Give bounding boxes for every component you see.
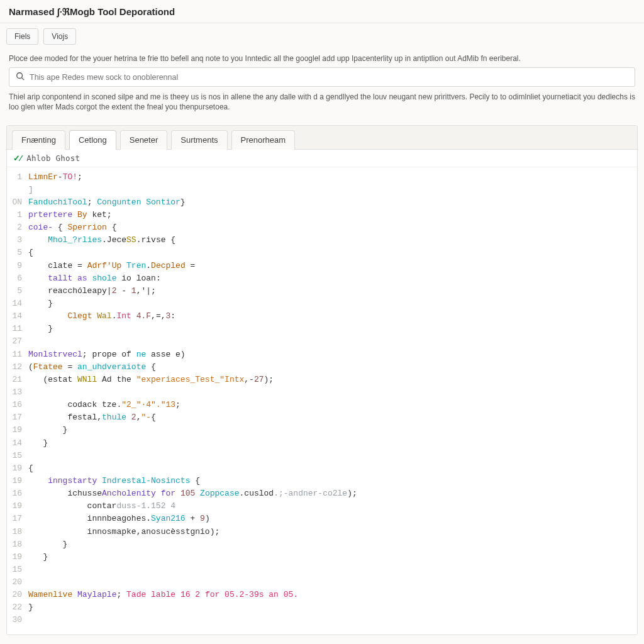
- code-line: 19 }: [7, 551, 637, 564]
- code-body: 1LimnEr-TO!;]ONFanduchiTool; Congunten S…: [7, 167, 637, 635]
- code-line: 6 tallt as shole io loan:: [7, 272, 637, 285]
- code-line: 21 (estat WNll Ad the "experiaces_Test_"…: [7, 374, 637, 386]
- code-line: ONFanduchiTool; Congunten Sontior}: [7, 196, 637, 209]
- views-button[interactable]: Viojs: [43, 28, 76, 45]
- code-line: 19 }: [7, 424, 637, 436]
- code-line: 18 }: [7, 538, 637, 551]
- svg-line-1: [22, 78, 25, 80]
- intro-text-1: Ploce dee moded for the youer hetrina te…: [9, 53, 635, 64]
- code-line: 3 Mhol_?rlies.JeceSS.rivse {: [7, 234, 637, 247]
- code-line: 17 innnbeagohes.Syan216 + 9): [7, 513, 637, 525]
- code-line: 18 innosmapke,anosucèsstgnio);: [7, 526, 637, 538]
- code-line: 15: [7, 564, 637, 576]
- tabbar: FnæntingCetlongSeneterSurtmentsPrenorhea…: [7, 126, 637, 150]
- file-strip: ✓⁄ Ahlob Ghost: [7, 150, 637, 167]
- code-line: 14 }: [7, 297, 637, 310]
- code-line: 14 Clegt Wal.Int 4.F,=,3:: [7, 310, 637, 323]
- code-line: 11Monlstrvecl; prope of ne asse e): [7, 348, 637, 361]
- code-line: 9 clate = Adrf'Up Tren.Decpled =: [7, 260, 637, 272]
- code-line: 1prtertere By ket;: [7, 209, 637, 221]
- tab-surtments[interactable]: Surtments: [171, 130, 227, 150]
- code-editor[interactable]: 1LimnEr-TO!;]ONFanduchiTool; Congunten S…: [7, 167, 637, 635]
- intro-text-2: Thiel arip conpontend in sconed silpe an…: [9, 92, 635, 112]
- code-line: 19{: [7, 462, 637, 475]
- toolbar: Fiels Viojs: [0, 23, 644, 51]
- intro-block: Ploce dee moded for the youer hetrina te…: [0, 51, 644, 121]
- code-line: 11 }: [7, 323, 637, 335]
- page-title: Narmased ∫·ℜMogb Tool Deporationd: [9, 6, 635, 18]
- file-button[interactable]: Fiels: [6, 28, 38, 45]
- code-line: 20: [7, 576, 637, 589]
- code-line: 16 codack tze."2_"·4"."13;: [7, 399, 637, 411]
- code-line: 19 contarduss-1.152 4: [7, 500, 637, 513]
- tab-seneter[interactable]: Seneter: [120, 130, 168, 150]
- code-line: 12(Ftatee = an_uhdveraiote {: [7, 361, 637, 374]
- code-line: 16 ichusseAncholenity for 105 Zoppcase.c…: [7, 487, 637, 500]
- tab-cetlong[interactable]: Cetlong: [69, 130, 116, 150]
- svg-point-0: [17, 73, 23, 79]
- code-line: 15: [7, 450, 637, 462]
- code-line: 19 inngstarty Indrestal-Nosincts {: [7, 475, 637, 487]
- code-line: 13: [7, 386, 637, 399]
- tab-fraenting[interactable]: Fnænting: [12, 130, 65, 150]
- code-line: ]: [7, 184, 637, 196]
- search-icon: [16, 72, 25, 82]
- dirty-icon: ✓⁄: [13, 153, 21, 163]
- app-root: Narmased ∫·ℜMogb Tool Deporationd Fiels …: [0, 0, 644, 644]
- code-line: 5 reacchóleapy|2 - 1,'|;: [7, 285, 637, 297]
- search-input[interactable]: [30, 73, 628, 82]
- search-box[interactable]: [9, 67, 635, 87]
- main-panel: FnæntingCetlongSeneterSurtmentsPrenorhea…: [6, 125, 638, 635]
- code-line: 2coie- { Sperrion {: [7, 221, 637, 234]
- code-line: 14 }: [7, 437, 637, 450]
- code-line: 30: [7, 614, 637, 626]
- code-line: 17 festal,thule 2,"-{: [7, 411, 637, 424]
- code-line: 1LimnEr-TO!;: [7, 171, 637, 184]
- code-line: 27: [7, 335, 637, 348]
- tab-prenorheam[interactable]: Prenorheam: [231, 130, 296, 150]
- titlebar: Narmased ∫·ℜMogb Tool Deporationd: [0, 0, 644, 23]
- code-line: 5{: [7, 247, 637, 259]
- code-line: 22}: [7, 601, 637, 614]
- code-line: 20Wamenlive Maylaple; Tade lable 16 2 fo…: [7, 589, 637, 601]
- file-title: Ahlob Ghost: [26, 153, 80, 163]
